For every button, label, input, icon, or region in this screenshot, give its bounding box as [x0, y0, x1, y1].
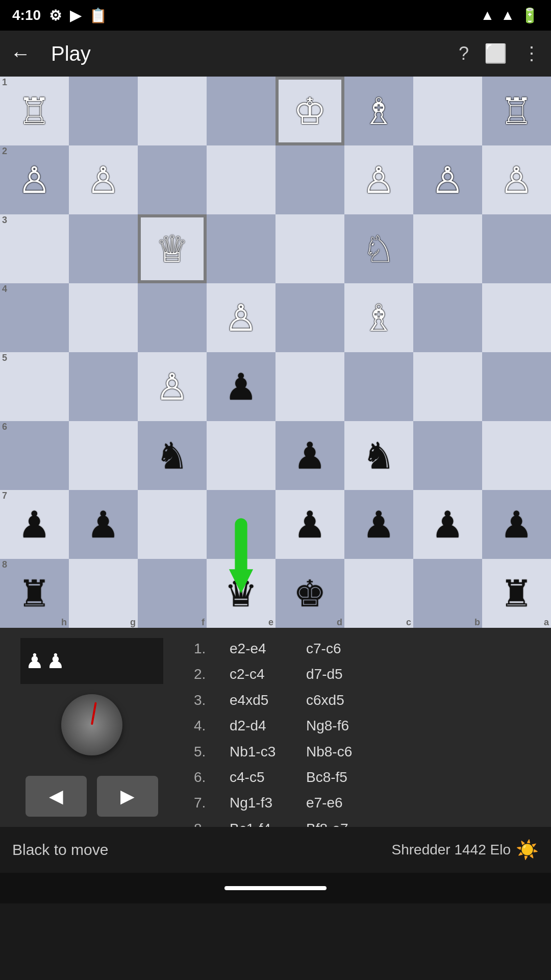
- cell-e7[interactable]: [207, 490, 276, 559]
- cell-e3[interactable]: [207, 214, 276, 283]
- cell-d1[interactable]: ♔: [276, 77, 344, 145]
- cell-g7[interactable]: ♟: [69, 490, 138, 559]
- cell-d2[interactable]: [276, 145, 344, 214]
- monitor-button[interactable]: ⬜: [484, 43, 507, 64]
- cell-f5[interactable]: ♙: [138, 352, 207, 421]
- cell-f2[interactable]: [138, 145, 207, 214]
- cell-c7[interactable]: ♟: [344, 490, 413, 559]
- cell-h5[interactable]: 5: [0, 352, 69, 421]
- cell-e4[interactable]: ♙: [207, 283, 276, 352]
- cell-g4[interactable]: [69, 283, 138, 352]
- back-button[interactable]: ←: [10, 42, 41, 65]
- move-white-1[interactable]: e2-e4: [230, 636, 301, 662]
- cell-f7[interactable]: [138, 490, 207, 559]
- cell-h6[interactable]: 6: [0, 421, 69, 490]
- move-white-2[interactable]: c2-c4: [230, 662, 301, 687]
- move-black-7[interactable]: e7-e6: [306, 790, 378, 816]
- move-row-3: 3.e4xd5c6xd5: [194, 688, 541, 713]
- footer: Black to move Shredder 1442 Elo ☀️: [0, 827, 551, 873]
- move-black-8[interactable]: Bf8-e7: [306, 816, 378, 827]
- bottom-panel: ♟ ♟ ◀ ▶ 1.e2-e4c7-c62.c2-c4d7-d53.e4xd5c…: [0, 628, 551, 827]
- turn-indicator: Black to move: [12, 841, 108, 859]
- cell-e2[interactable]: [207, 145, 276, 214]
- cell-b6[interactable]: [413, 421, 482, 490]
- cell-c4[interactable]: ♗: [344, 283, 413, 352]
- move-black-2[interactable]: d7-d5: [306, 662, 378, 687]
- cell-h2[interactable]: 2♙: [0, 145, 69, 214]
- cell-b4[interactable]: [413, 283, 482, 352]
- cell-h1[interactable]: 1♖: [0, 77, 69, 145]
- cell-c5[interactable]: [344, 352, 413, 421]
- cell-d4[interactable]: [276, 283, 344, 352]
- cell-h4[interactable]: 4: [0, 283, 69, 352]
- more-button[interactable]: ⋮: [522, 43, 541, 64]
- cell-c3[interactable]: ♘: [344, 214, 413, 283]
- cell-g3[interactable]: [69, 214, 138, 283]
- chess-board[interactable]: 1♖♔♗♖2♙♙♙♙♙3♕♘4♙♗5♙♟6♞♟♞7♟♟♟♟♟♟8h♜gfe♛d♚…: [0, 77, 551, 628]
- cell-a7[interactable]: ♟: [482, 490, 551, 559]
- move-white-4[interactable]: d2-d4: [230, 713, 301, 739]
- cell-e5[interactable]: ♟: [207, 352, 276, 421]
- cell-h8[interactable]: 8h♜: [0, 559, 69, 628]
- move-black-5[interactable]: Nb8-c6: [306, 739, 378, 765]
- cell-f3[interactable]: ♕: [138, 214, 207, 283]
- piece-black-pawn-h7: ♟: [18, 506, 51, 543]
- cell-d5[interactable]: [276, 352, 344, 421]
- cell-a3[interactable]: [482, 214, 551, 283]
- cell-e1[interactable]: [207, 77, 276, 145]
- file-label-c: c: [406, 618, 411, 627]
- cell-d7[interactable]: ♟: [276, 490, 344, 559]
- cell-c6[interactable]: ♞: [344, 421, 413, 490]
- cell-a4[interactable]: [482, 283, 551, 352]
- cell-f8[interactable]: f: [138, 559, 207, 628]
- move-white-8[interactable]: Bc1-f4: [230, 816, 301, 827]
- cell-a1[interactable]: ♖: [482, 77, 551, 145]
- cell-h3[interactable]: 3: [0, 214, 69, 283]
- cell-f4[interactable]: [138, 283, 207, 352]
- cell-a5[interactable]: [482, 352, 551, 421]
- cell-b2[interactable]: ♙: [413, 145, 482, 214]
- prev-button[interactable]: ◀: [26, 776, 87, 817]
- cell-d3[interactable]: [276, 214, 344, 283]
- cell-e6[interactable]: [207, 421, 276, 490]
- cell-f6[interactable]: ♞: [138, 421, 207, 490]
- cell-d6[interactable]: ♟: [276, 421, 344, 490]
- cell-e8[interactable]: e♛: [207, 559, 276, 628]
- cell-b1[interactable]: [413, 77, 482, 145]
- cell-a6[interactable]: [482, 421, 551, 490]
- cell-g1[interactable]: [69, 77, 138, 145]
- move-black-4[interactable]: Ng8-f6: [306, 713, 378, 739]
- cell-c8[interactable]: c: [344, 559, 413, 628]
- play-icon: ▶: [70, 7, 81, 24]
- piece-black-pawn-g7: ♟: [87, 506, 120, 543]
- rank-label-4: 4: [2, 284, 7, 293]
- cell-a2[interactable]: ♙: [482, 145, 551, 214]
- move-row-7: 7.Ng1-f3e7-e6: [194, 790, 541, 816]
- cell-g6[interactable]: [69, 421, 138, 490]
- move-black-1[interactable]: c7-c6: [306, 636, 378, 662]
- move-white-3[interactable]: e4xd5: [230, 688, 301, 713]
- cell-h7[interactable]: 7♟: [0, 490, 69, 559]
- move-black-6[interactable]: Bc8-f5: [306, 765, 378, 790]
- rank-label-2: 2: [2, 146, 7, 156]
- move-white-5[interactable]: Nb1-c3: [230, 739, 301, 765]
- move-white-7[interactable]: Ng1-f3: [230, 790, 301, 816]
- piece-white-king-d1: ♔: [293, 93, 327, 130]
- cell-g5[interactable]: [69, 352, 138, 421]
- cell-d8[interactable]: d♚: [276, 559, 344, 628]
- move-black-3[interactable]: c6xd5: [306, 688, 378, 713]
- next-button[interactable]: ▶: [97, 776, 158, 817]
- move-white-6[interactable]: c4-c5: [230, 765, 301, 790]
- cell-f1[interactable]: [138, 77, 207, 145]
- cell-b3[interactable]: [413, 214, 482, 283]
- simcard-icon: 📋: [89, 7, 107, 24]
- cell-g2[interactable]: ♙: [69, 145, 138, 214]
- cell-a8[interactable]: a♜: [482, 559, 551, 628]
- cell-c2[interactable]: ♙: [344, 145, 413, 214]
- cell-c1[interactable]: ♗: [344, 77, 413, 145]
- cell-b7[interactable]: ♟: [413, 490, 482, 559]
- cell-b5[interactable]: [413, 352, 482, 421]
- cell-b8[interactable]: b: [413, 559, 482, 628]
- cell-g8[interactable]: g: [69, 559, 138, 628]
- help-button[interactable]: ?: [459, 43, 469, 64]
